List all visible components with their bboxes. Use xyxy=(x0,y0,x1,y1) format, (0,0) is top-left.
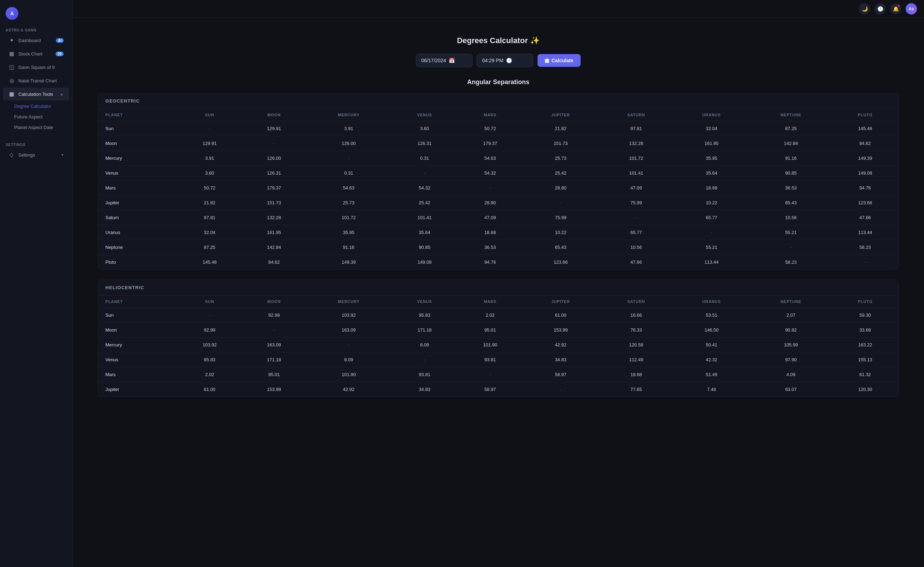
notification-bell-button[interactable]: 🔔 xyxy=(890,3,901,15)
cell-pluto: 94.76 xyxy=(832,181,898,195)
cell-sun: 61.00 xyxy=(177,382,242,397)
cell-mercury: 101.72 xyxy=(306,210,391,225)
cell-jupiter: 58.97 xyxy=(522,367,599,382)
cell-neptune: 2.07 xyxy=(750,308,832,323)
cell-pluto: 145.48 xyxy=(832,121,898,136)
time-value: 04:29 PM xyxy=(482,58,503,63)
cell-moon: 132.28 xyxy=(242,210,306,225)
col-jupiter: JUPITER xyxy=(522,109,599,121)
cell-saturn: 76.33 xyxy=(599,323,673,338)
sidebar-item-gann-square[interactable]: ◫ Gann Square of 9 xyxy=(3,61,69,74)
cell-venus: 171.18 xyxy=(391,323,458,338)
cell-jupiter: - xyxy=(522,382,599,397)
geocentric-tbody: Sun-129.913.913.6050.7221.8297.8132.0487… xyxy=(98,121,898,270)
table-row: Mars2.0295.01101.9093.81-58.9718.6851.49… xyxy=(98,367,898,382)
cell-uranus: 161.95 xyxy=(673,136,750,151)
col-moon: MOON xyxy=(242,109,306,121)
clock-icon-button[interactable]: 🕐 xyxy=(874,3,886,15)
cell-mercury: 25.73 xyxy=(306,195,391,210)
cell-moon: 92.99 xyxy=(242,308,306,323)
cell-pluto: 47.66 xyxy=(832,210,898,225)
chevron-down-icon: ▾ xyxy=(62,153,64,157)
sidebar-item-stock-chart[interactable]: ▦ Stock Chart 20 xyxy=(3,47,69,60)
cell-venus: - xyxy=(391,166,458,181)
cell-saturn: 16.66 xyxy=(599,308,673,323)
sidebar-item-label: Stock Chart xyxy=(18,51,42,57)
calendar-icon: 📅 xyxy=(449,58,455,63)
heliocentric-label: HELIOCENTRIC xyxy=(98,280,898,296)
cell-neptune: 91.16 xyxy=(750,151,832,166)
sidebar-item-dashboard[interactable]: ✦ Dashboard AI xyxy=(3,34,69,46)
dashboard-icon: ✦ xyxy=(9,37,15,44)
cell-jupiter: 21.82 xyxy=(522,121,599,136)
cell-pluto: 120.30 xyxy=(832,382,898,397)
geocentric-table-container: GEOCENTRIC PLANET SUN MOON MERCURY VENUS… xyxy=(98,93,898,270)
calc-tools-icon: ▦ xyxy=(9,91,15,97)
cell-mercury: 103.92 xyxy=(306,308,391,323)
cell-saturn: 101.41 xyxy=(599,166,673,181)
cell-venus: 34.83 xyxy=(391,382,458,397)
cell-sun: - xyxy=(177,308,242,323)
cell-venus: 149.08 xyxy=(391,255,458,270)
logo[interactable]: A xyxy=(0,4,72,26)
cell-uranus: 7.48 xyxy=(673,382,750,397)
cell-uranus: 10.22 xyxy=(673,195,750,210)
cell-mars: 36.53 xyxy=(458,240,522,255)
sidebar-subitem-future-aspect[interactable]: Future Aspect xyxy=(11,112,69,122)
cell-planet: Sun xyxy=(98,308,177,323)
sidebar-item-calculation-tools[interactable]: ▦ Calculation Tools ▲ xyxy=(3,88,69,100)
table-row: Sun-129.913.913.6050.7221.8297.8132.0487… xyxy=(98,121,898,136)
cell-planet: Venus xyxy=(98,352,177,367)
table-row: Uranus32.04161.9535.9535.6418.6810.2265.… xyxy=(98,225,898,240)
cell-planet: Moon xyxy=(98,323,177,338)
moon-icon-button[interactable]: 🌙 xyxy=(859,3,870,15)
col-planet: PLANET xyxy=(98,296,177,308)
cell-moon: 179.37 xyxy=(242,181,306,195)
cell-saturn: - xyxy=(599,210,673,225)
table-row: Neptune87.25142.8491.1690.8536.5365.4310… xyxy=(98,240,898,255)
cell-saturn: 47.09 xyxy=(599,181,673,195)
table-row: Saturn97.81132.28101.72101.4147.0975.99-… xyxy=(98,210,898,225)
cell-planet: Mercury xyxy=(98,338,177,352)
sidebar-subitem-degree-calculator[interactable]: Degree Calculator xyxy=(11,101,69,111)
time-input[interactable]: 04:29 PM 🕐 xyxy=(477,54,533,67)
sidebar-item-settings[interactable]: ◇ Settings ▾ xyxy=(3,148,69,161)
cell-venus: 35.64 xyxy=(391,225,458,240)
geocentric-header-row: PLANET SUN MOON MERCURY VENUS MARS JUPIT… xyxy=(98,109,898,121)
cell-sun: 103.92 xyxy=(177,338,242,352)
cell-mars: 101.90 xyxy=(458,338,522,352)
cell-saturn: 18.68 xyxy=(599,367,673,382)
col-planet: PLANET xyxy=(98,109,177,121)
cell-neptune: 87.25 xyxy=(750,121,832,136)
col-sun: SUN xyxy=(177,109,242,121)
avatar[interactable]: As xyxy=(906,3,917,15)
cell-mars: 95.01 xyxy=(458,323,522,338)
sidebar-item-label: Natal Transit Chart xyxy=(18,78,57,83)
cell-pluto: 33.69 xyxy=(832,323,898,338)
table-row: Venus95.83171.188.09-93.8134.83112.4942.… xyxy=(98,352,898,367)
cell-sun: 3.60 xyxy=(177,166,242,181)
cell-saturn: 120.58 xyxy=(599,338,673,352)
cell-pluto: 155.13 xyxy=(832,352,898,367)
cell-moon: 163.09 xyxy=(242,338,306,352)
col-mercury: MERCURY xyxy=(306,296,391,308)
cell-mars: - xyxy=(458,181,522,195)
cell-mars: 50.72 xyxy=(458,121,522,136)
cell-sun: 145.48 xyxy=(177,255,242,270)
cell-pluto: 113.44 xyxy=(832,225,898,240)
cell-jupiter: 123.66 xyxy=(522,255,599,270)
cell-mercury: 35.95 xyxy=(306,225,391,240)
table-row: Mars50.72179.3754.6354.32-28.9047.0918.6… xyxy=(98,181,898,195)
cell-mercury: 54.63 xyxy=(306,181,391,195)
calculate-button[interactable]: ▦ Calculate xyxy=(538,54,580,67)
cell-moon: 95.01 xyxy=(242,367,306,382)
sidebar-item-natal-transit[interactable]: ◎ Natal Transit Chart xyxy=(3,74,69,87)
col-uranus: URANUS xyxy=(673,296,750,308)
settings-icon: ◇ xyxy=(9,152,15,158)
date-input[interactable]: 06/17/2024 📅 xyxy=(416,54,472,67)
cell-moon: 153.99 xyxy=(242,382,306,397)
geocentric-label: GEOCENTRIC xyxy=(98,93,898,109)
logo-icon: A xyxy=(6,7,18,20)
sidebar-subitem-planet-aspect-date[interactable]: Planet Aspect Date xyxy=(11,122,69,132)
heliocentric-header-row: PLANET SUN MOON MERCURY VENUS MARS JUPIT… xyxy=(98,296,898,308)
